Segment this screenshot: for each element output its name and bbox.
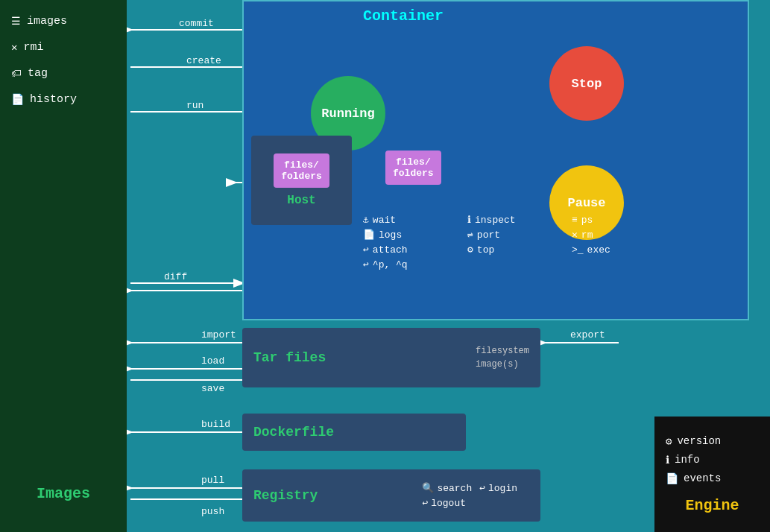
doc-icon-logs: 📄 bbox=[363, 229, 375, 241]
tar-images-label: image(s) bbox=[476, 359, 529, 370]
exec-icon: >_ bbox=[572, 244, 584, 256]
registry-box: Registry 🔍 search ↩ login ↩ logout bbox=[242, 469, 540, 522]
engine-events: 📄 events bbox=[666, 472, 721, 485]
sidebar-section-label: Images bbox=[37, 485, 90, 502]
cmd-top: ⚙ top bbox=[467, 244, 572, 256]
svg-text:pull: pull bbox=[201, 475, 224, 486]
svg-text:diff: diff bbox=[164, 271, 187, 282]
gear-icon-top: ⚙ bbox=[467, 244, 473, 256]
container-title: Container bbox=[363, 7, 444, 25]
tar-sub-labels: filesystem image(s) bbox=[476, 346, 529, 370]
commands-list: ⚓ wait ℹ inspect ≡ ps 📄 logs ⇌ port ✕ rm bbox=[363, 214, 661, 270]
svg-text:commit: commit bbox=[179, 18, 214, 29]
cmd-detach: ↩ ^p, ^q bbox=[363, 259, 467, 270]
svg-text:push: push bbox=[201, 506, 224, 517]
tar-files-box: Tar files filesystem image(s) bbox=[242, 328, 540, 387]
doc-icon-engine: 📄 bbox=[666, 472, 678, 485]
dockerfile-box: Dockerfile bbox=[242, 414, 466, 451]
list-icon-ps: ≡ bbox=[572, 215, 578, 226]
search-icon: 🔍 bbox=[422, 482, 434, 494]
registry-commands: 🔍 search ↩ login ↩ logout bbox=[422, 482, 529, 509]
doc-icon: 📄 bbox=[11, 93, 24, 106]
attach-icon: ↩ bbox=[363, 244, 369, 256]
anchor-icon: ⚓ bbox=[363, 214, 369, 226]
cmd-attach: ↩ attach bbox=[363, 244, 467, 256]
main-area: commit create run start kill, stop pause… bbox=[127, 0, 770, 532]
cmd-logs: 📄 logs bbox=[363, 229, 467, 241]
svg-text:create: create bbox=[186, 55, 221, 66]
logout-icon: ↩ bbox=[422, 497, 428, 509]
port-icon: ⇌ bbox=[467, 229, 473, 241]
svg-text:export: export bbox=[570, 329, 605, 341]
cmd-inspect: ℹ inspect bbox=[467, 214, 572, 226]
list-icon: ☰ bbox=[11, 15, 21, 28]
login-icon: ↩ bbox=[479, 482, 485, 494]
engine-version: ⚙ version bbox=[666, 435, 721, 448]
host-label: Host bbox=[287, 194, 315, 207]
close-icon: ✕ bbox=[11, 41, 17, 54]
cmd-exec: >_ exec bbox=[572, 244, 661, 256]
sidebar-item-rmi[interactable]: ✕ rmi bbox=[11, 41, 43, 54]
host-box: files/folders Host bbox=[251, 136, 352, 225]
dockerfile-label: Dockerfile bbox=[253, 425, 334, 440]
container-box: Container Running Stop Pause files/folde… bbox=[242, 0, 749, 320]
sidebar: ☰ images ✕ rmi 🏷 tag 📄 history Images bbox=[0, 0, 127, 532]
registry-login: ↩ login bbox=[479, 482, 529, 494]
sidebar-item-history[interactable]: 📄 history bbox=[11, 93, 77, 106]
registry-search: 🔍 search bbox=[422, 482, 472, 494]
cmd-wait: ⚓ wait bbox=[363, 214, 467, 226]
detach-icon: ↩ bbox=[363, 259, 369, 270]
info-icon: ℹ bbox=[467, 214, 471, 226]
cmd-ps: ≡ ps bbox=[572, 214, 661, 226]
registry-label: Registry bbox=[253, 488, 318, 503]
svg-text:run: run bbox=[186, 100, 203, 111]
cmd-port: ⇌ port bbox=[467, 229, 572, 241]
tar-filesystem-label: filesystem bbox=[476, 346, 529, 356]
svg-text:build: build bbox=[201, 419, 230, 430]
registry-logout: ↩ logout bbox=[422, 497, 472, 509]
svg-text:import: import bbox=[201, 329, 236, 341]
files-container-box: files/folders bbox=[385, 151, 441, 185]
stop-state: Stop bbox=[549, 46, 624, 121]
tag-icon: 🏷 bbox=[11, 68, 22, 80]
sidebar-item-images[interactable]: ☰ images bbox=[11, 15, 67, 28]
gear-icon-engine: ⚙ bbox=[666, 435, 672, 448]
svg-text:load: load bbox=[201, 355, 224, 367]
x-icon-rm: ✕ bbox=[572, 229, 578, 241]
cmd-rm: ✕ rm bbox=[572, 229, 661, 241]
engine-info: ℹ info bbox=[666, 454, 700, 466]
engine-title: Engine bbox=[685, 497, 739, 514]
host-files-box: files/folders bbox=[274, 153, 329, 188]
sidebar-item-tag[interactable]: 🏷 tag bbox=[11, 67, 48, 80]
info-icon-engine: ℹ bbox=[666, 454, 669, 466]
engine-box: ⚙ version ℹ info 📄 events Engine bbox=[654, 417, 770, 532]
svg-text:save: save bbox=[201, 383, 224, 394]
tar-files-label: Tar files bbox=[253, 350, 326, 365]
